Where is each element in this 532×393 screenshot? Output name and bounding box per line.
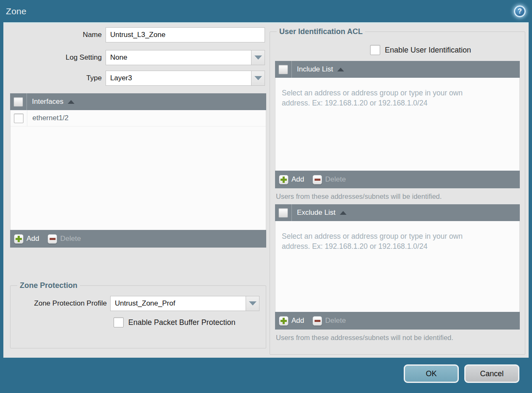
exclude-list-caption: Users from these addresses/subnets will …	[276, 334, 520, 342]
type-dropdown-button[interactable]	[251, 71, 265, 86]
zone-protection-profile-select[interactable]	[110, 296, 246, 311]
titlebar: Zone ?	[0, 0, 532, 22]
add-label: Add	[291, 317, 304, 325]
zone-dialog: Name Log Setting Type Interfaces	[3, 22, 529, 358]
chevron-down-icon	[254, 55, 262, 60]
add-interface-button[interactable]: Add	[14, 234, 39, 244]
exclude-list-table: Exclude List Select an address or addres…	[275, 204, 520, 330]
exclude-select-all-checkbox[interactable]	[278, 208, 288, 218]
include-add-button[interactable]: Add	[279, 175, 304, 185]
row-checkbox-cell	[11, 110, 27, 126]
delete-label: Delete	[60, 235, 81, 243]
exclude-list-header: Exclude List	[275, 204, 520, 221]
select-all-checkbox[interactable]	[13, 97, 23, 107]
help-icon[interactable]: ?	[514, 5, 526, 17]
include-list-footer: Add Delete	[275, 171, 520, 188]
enable-packet-buffer-checkbox[interactable]	[114, 317, 124, 327]
enable-packet-buffer-label: Enable Packet Buffer Protection	[128, 318, 236, 327]
interfaces-table-header: Interfaces	[10, 93, 266, 110]
zone-protection-profile-label: Zone Protection Profile	[16, 299, 110, 308]
ok-button[interactable]: OK	[404, 364, 459, 383]
sort-asc-icon[interactable]	[340, 211, 347, 215]
enable-user-identification-label: Enable User Identification	[385, 46, 471, 55]
dialog-title: Zone	[6, 6, 26, 16]
plus-icon	[14, 234, 24, 244]
name-label: Name	[10, 31, 106, 39]
user-identification-section: User Identification ACL Enable User Iden…	[270, 27, 525, 355]
interfaces-table-body: ethernet1/2	[10, 110, 266, 230]
dialog-footer: OK Cancel	[0, 358, 532, 393]
enable-user-identification-checkbox[interactable]	[370, 45, 380, 55]
add-label: Add	[291, 175, 304, 184]
delete-label: Delete	[325, 175, 346, 184]
plus-icon	[279, 175, 288, 185]
left-column: Name Log Setting Type Interfaces	[10, 27, 266, 358]
exclude-delete-button[interactable]: Delete	[312, 316, 346, 326]
column-header-interfaces[interactable]: Interfaces	[32, 98, 64, 106]
add-label: Add	[26, 235, 39, 243]
include-list-header: Include List	[275, 61, 520, 78]
exclude-add-button[interactable]: Add	[279, 316, 304, 326]
include-list-table: Include List Select an address or addres…	[275, 61, 520, 188]
chevron-down-icon	[254, 76, 262, 80]
delete-label: Delete	[325, 317, 346, 325]
sort-asc-icon[interactable]	[68, 100, 74, 104]
zone-protection-section: Zone Protection Zone Protection Profile …	[10, 281, 266, 348]
type-label: Type	[10, 74, 106, 82]
minus-icon	[48, 234, 57, 244]
name-row: Name	[10, 27, 266, 42]
log-setting-label: Log Setting	[10, 53, 106, 62]
user-identification-legend: User Identification ACL	[277, 27, 365, 36]
enable-user-id-row: Enable User Identification	[370, 45, 520, 55]
sort-asc-icon[interactable]	[337, 68, 344, 71]
include-delete-button[interactable]: Delete	[312, 175, 346, 185]
include-select-all-checkbox[interactable]	[278, 65, 288, 74]
exclude-list-body[interactable]: Select an address or address group or ty…	[275, 221, 520, 312]
interface-name: ethernet1/2	[32, 114, 69, 122]
exclude-list-footer: Add Delete	[275, 312, 520, 330]
right-column: User Identification ACL Enable User Iden…	[270, 27, 525, 358]
minus-icon	[312, 175, 322, 185]
packet-buffer-row: Enable Packet Buffer Protection	[114, 317, 261, 327]
type-row: Type	[10, 71, 266, 86]
chevron-down-icon	[249, 301, 257, 306]
column-header-exclude-list[interactable]: Exclude List	[297, 208, 336, 217]
minus-icon	[312, 316, 322, 326]
include-list-body[interactable]: Select an address or address group or ty…	[275, 78, 520, 171]
select-all-cell	[10, 93, 27, 110]
exclude-list-placeholder: Select an address or address group or ty…	[275, 221, 486, 251]
plus-icon	[279, 316, 288, 326]
interfaces-table: Interfaces ethernet1/2 Add Dele	[10, 93, 266, 248]
interfaces-table-footer: Add Delete	[10, 230, 266, 248]
row-checkbox[interactable]	[14, 113, 24, 123]
log-setting-select[interactable]	[106, 50, 251, 65]
zone-protection-legend: Zone Protection	[17, 281, 80, 290]
include-list-caption: Users from these addresses/subnets will …	[276, 193, 520, 200]
zone-protection-profile-row: Zone Protection Profile	[16, 296, 261, 311]
type-select[interactable]	[106, 71, 251, 86]
include-list-placeholder: Select an address or address group or ty…	[275, 78, 486, 108]
delete-interface-button[interactable]: Delete	[48, 234, 81, 244]
log-setting-row: Log Setting	[10, 50, 266, 65]
cancel-button[interactable]: Cancel	[464, 364, 519, 383]
zone-protection-profile-dropdown-button[interactable]	[246, 296, 259, 311]
name-field[interactable]	[106, 27, 265, 42]
select-all-cell	[275, 61, 292, 78]
log-setting-dropdown-button[interactable]	[251, 50, 265, 65]
select-all-cell	[275, 204, 292, 221]
table-row[interactable]: ethernet1/2	[11, 110, 266, 127]
column-header-include-list[interactable]: Include List	[297, 65, 333, 74]
